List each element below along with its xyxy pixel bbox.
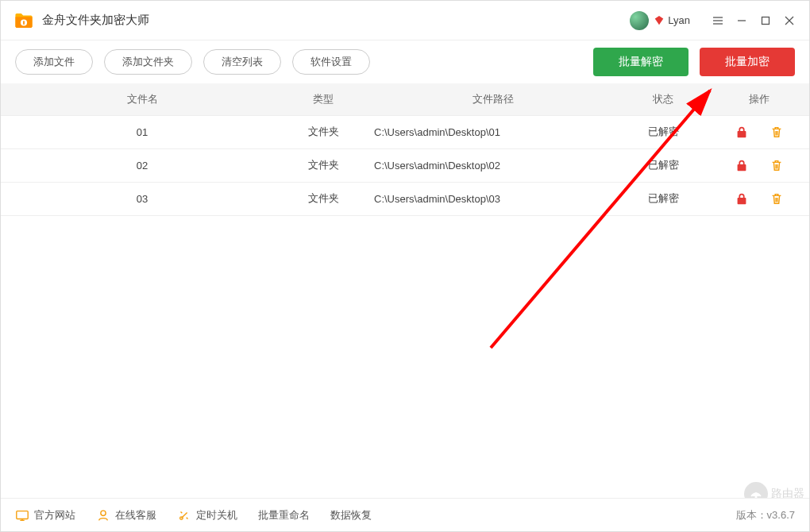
svg-rect-7: [762, 17, 770, 24]
version-label: 版本：v3.6.7: [736, 508, 795, 522]
data-recovery-label: 数据恢复: [330, 508, 372, 522]
minimize-button[interactable]: [730, 9, 754, 33]
clear-list-button[interactable]: 清空列表: [203, 49, 281, 75]
cell-path: C:\Users\admin\Desktop\03: [363, 182, 617, 215]
official-site-label: 官方网站: [34, 508, 75, 522]
table-row[interactable]: 02文件夹C:\Users\admin\Desktop\02已解密: [1, 148, 809, 182]
file-table: 文件名 类型 文件路径 状态 操作 01文件夹C:\Users\admin\De…: [1, 83, 809, 216]
timer-shutdown-label: 定时关机: [196, 508, 237, 522]
support-link[interactable]: 在线客服: [96, 508, 156, 522]
lock-icon[interactable]: [735, 191, 749, 206]
cell-action: [709, 115, 809, 148]
cell-type: 文件夹: [284, 182, 363, 215]
title-bar: 金舟文件夹加密大师 Lyan: [1, 1, 809, 40]
cell-type: 文件夹: [284, 115, 363, 148]
table-row[interactable]: 01文件夹C:\Users\admin\Desktop\01已解密: [1, 115, 809, 148]
svg-point-2: [23, 21, 25, 22]
vip-diamond-icon: [654, 15, 665, 26]
cell-status: 已解密: [617, 182, 709, 215]
trash-icon[interactable]: [770, 125, 784, 139]
trash-icon[interactable]: [770, 191, 784, 206]
timer-shutdown-link[interactable]: 定时关机: [177, 508, 237, 522]
trash-icon[interactable]: [770, 158, 784, 172]
header-type: 类型: [284, 83, 363, 115]
cell-action: [709, 148, 809, 182]
batch-rename-link[interactable]: 批量重命名: [258, 508, 310, 522]
header-action: 操作: [709, 83, 809, 115]
cell-path: C:\Users\admin\Desktop\02: [363, 148, 617, 182]
cell-name: 01: [1, 115, 284, 148]
batch-encrypt-button[interactable]: 批量加密: [700, 48, 795, 76]
app-icon: [14, 10, 34, 31]
footer: 官方网站 在线客服 定时关机 批量重命名 数据恢复 版本：v3.6.7: [1, 498, 809, 531]
batch-rename-label: 批量重命名: [258, 508, 310, 522]
support-label: 在线客服: [115, 508, 156, 522]
cell-status: 已解密: [617, 115, 709, 148]
cell-name: 03: [1, 182, 284, 215]
cell-name: 02: [1, 148, 284, 182]
cell-path: C:\Users\admin\Desktop\01: [363, 115, 617, 148]
add-file-button[interactable]: 添加文件: [15, 49, 93, 75]
app-title: 金舟文件夹加密大师: [42, 13, 149, 28]
svg-point-15: [101, 511, 106, 515]
svg-rect-12: [17, 511, 28, 519]
lock-icon[interactable]: [735, 158, 749, 172]
user-name: Lyan: [668, 14, 690, 26]
cell-action: [709, 182, 809, 215]
close-button[interactable]: [777, 9, 801, 33]
data-recovery-link[interactable]: 数据恢复: [330, 508, 372, 522]
header-status: 状态: [617, 83, 709, 115]
avatar[interactable]: [630, 11, 649, 30]
official-site-link[interactable]: 官方网站: [15, 508, 75, 522]
toolbar: 添加文件 添加文件夹 清空列表 软件设置 批量解密 批量加密: [1, 40, 809, 83]
table-row[interactable]: 03文件夹C:\Users\admin\Desktop\03已解密: [1, 182, 809, 215]
lock-icon[interactable]: [735, 125, 749, 139]
cell-type: 文件夹: [284, 148, 363, 182]
header-name: 文件名: [1, 83, 284, 115]
add-folder-button[interactable]: 添加文件夹: [104, 49, 192, 75]
cell-status: 已解密: [617, 148, 709, 182]
maximize-button[interactable]: [754, 9, 777, 33]
header-path: 文件路径: [363, 83, 617, 115]
batch-decrypt-button[interactable]: 批量解密: [593, 48, 688, 76]
menu-button[interactable]: [706, 9, 730, 33]
settings-button[interactable]: 软件设置: [292, 49, 370, 75]
